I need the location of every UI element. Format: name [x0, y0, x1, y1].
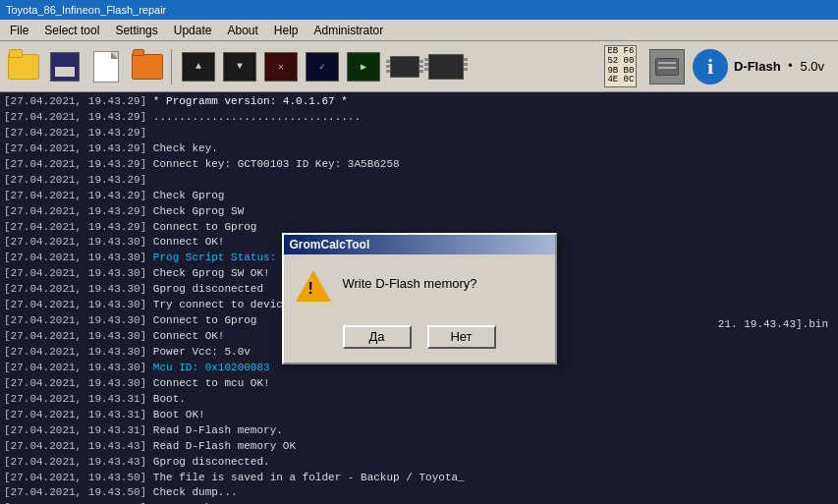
erase-btn[interactable]: ✕ — [261, 47, 301, 86]
log-line: [27.04.2021, 19.43.29] Connect key: GCT0… — [4, 157, 834, 173]
chip9-icon — [428, 54, 464, 80]
log-line: [27.04.2021, 19.43.29] Check key. — [4, 141, 834, 157]
log-line: [27.04.2021, 19.43.29] — [4, 126, 834, 141]
menu-file[interactable]: File — [2, 22, 36, 39]
modal-dialog[interactable]: GromCalcTool Write D-Flash memory? Да Не… — [282, 233, 557, 364]
log-line: [27.04.2021, 19.43.30] Connect to mcu OK… — [4, 376, 834, 392]
doc-icon — [93, 51, 119, 83]
chip8-btn[interactable] — [385, 47, 424, 86]
log-line: [27.04.2021, 19.43.43] Gprog disconected… — [4, 455, 834, 471]
log-line: [27.04.2021, 19.43.43] Read D-Flash memo… — [4, 439, 834, 455]
log-line: [27.04.2021, 19.43.31] Read D-Flash memo… — [4, 423, 834, 439]
verify-btn[interactable]: ✓ — [303, 47, 342, 86]
menu-settings[interactable]: Settings — [107, 22, 165, 39]
separator-1 — [171, 49, 175, 84]
open-folder-orange-icon — [132, 54, 163, 80]
menu-about[interactable]: About — [219, 22, 265, 39]
menu-administrator[interactable]: Administrator — [307, 22, 392, 39]
log-line: [27.04.2021, 19.43.31] Boot. — [4, 392, 834, 408]
new-btn[interactable] — [86, 47, 126, 86]
log-line: [27.04.2021, 19.43.50] The file is saved… — [4, 471, 834, 486]
erase-chip-icon: ✕ — [264, 52, 298, 82]
save-btn[interactable] — [45, 47, 84, 86]
log-line: [27.04.2021, 19.43.29] Check Gprog — [4, 189, 834, 204]
log-line: [27.04.2021, 19.43.29] Check Gprog SW — [4, 204, 834, 220]
log-line: [27.04.2021, 19.43.29] * Programm versio… — [4, 94, 834, 110]
log-line: [27.04.2021, 19.43.29] .................… — [4, 110, 834, 126]
write-btn[interactable]: ▼ — [220, 47, 259, 86]
warning-triangle — [296, 270, 331, 302]
verify-chip-icon: ✓ — [306, 52, 339, 82]
read-chip-icon: ▲ — [182, 52, 215, 82]
title-text: Toyota_86_Infineon_Flash_repair — [6, 4, 166, 16]
log-line: [27.04.2021, 19.43.31] Boot OK! — [4, 408, 834, 423]
warning-icon — [296, 270, 331, 306]
voltage-label: 5.0v — [800, 59, 824, 74]
menu-help[interactable]: Help — [266, 22, 307, 39]
modal-body: Write D-Flash memory? — [284, 254, 555, 317]
modal-title-text: GromCalcTool — [290, 238, 370, 252]
auto-btn[interactable]: ▶ — [344, 47, 383, 86]
log-line: [27.04.2021, 19.43.29] — [4, 173, 834, 189]
info-btn[interactable]: i — [693, 49, 728, 84]
modal-buttons: Да Нет — [284, 317, 555, 363]
chip8-icon — [390, 56, 419, 78]
toolbar: ▲ ▼ ✕ ✓ ▶ EB F6 52 00 9B — [0, 41, 838, 92]
yes-button[interactable]: Да — [343, 325, 412, 349]
modal-title-bar: GromCalcTool — [284, 235, 555, 254]
toolbar-right: EB F6 52 00 9B B0 4E 0C i D-Flash • 5.0v — [600, 47, 834, 86]
open-folder-btn[interactable] — [4, 47, 43, 86]
auto-chip-icon: ▶ — [347, 52, 380, 82]
open-file-btn[interactable] — [128, 47, 167, 86]
menu-bar: File Select tool Settings Update About H… — [0, 20, 838, 41]
menu-update[interactable]: Update — [166, 22, 220, 39]
log-line: [27.04.2021, 19.43.50] Check dump... — [4, 485, 834, 501]
chip9-btn[interactable] — [426, 47, 466, 86]
no-button[interactable]: Нет — [427, 325, 496, 349]
floppy-icon — [50, 52, 80, 82]
title-bar: Toyota_86_Infineon_Flash_repair — [0, 0, 838, 20]
ecu-hex-text: EB F6 52 00 9B B0 4E 0C — [604, 45, 637, 88]
ecu-icon-btn[interactable] — [647, 47, 687, 86]
log-area: [27.04.2021, 19.43.29] * Programm versio… — [0, 92, 838, 504]
device-separator: • — [787, 59, 795, 74]
ecu-hex-display: EB F6 52 00 9B B0 4E 0C — [600, 49, 642, 84]
menu-select-tool[interactable]: Select tool — [36, 22, 107, 39]
folder-icon — [8, 54, 39, 80]
read-btn[interactable]: ▲ — [179, 47, 218, 86]
modal-message: Write D-Flash memory? — [343, 270, 477, 294]
car-ecu-icon — [649, 49, 685, 84]
device-name-label: D-Flash — [734, 59, 781, 74]
write-chip-icon: ▼ — [223, 52, 256, 82]
